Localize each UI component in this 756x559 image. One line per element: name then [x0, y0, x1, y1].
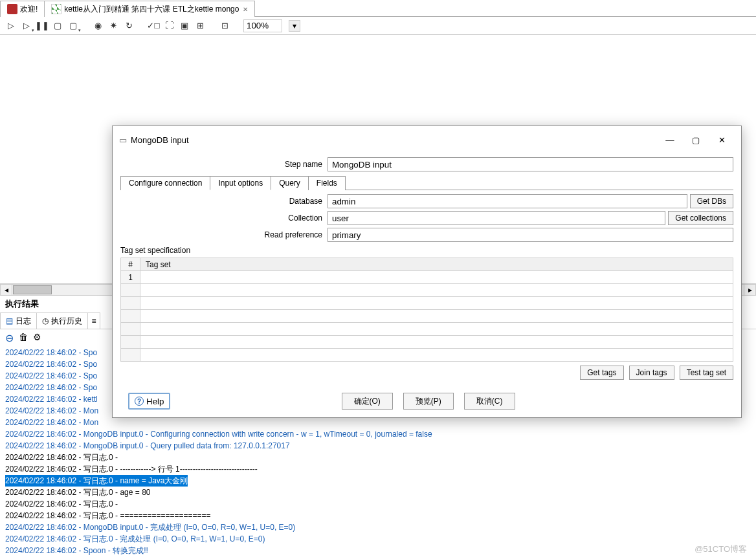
watermark: @51CTO博客 — [695, 543, 747, 555]
transform-icon — [51, 4, 61, 14]
tab-transform[interactable]: kettle从入门到精通 第四十六课 ETL之kettle mongo ✕ — [44, 1, 255, 17]
log-line: 2024/02/22 18:46:02 - MongoDB input.0 - … — [5, 428, 751, 440]
col-tagset: Tag set — [140, 258, 733, 271]
tagset-cell[interactable] — [140, 271, 733, 284]
pause-icon[interactable]: ❚❚ — [36, 20, 48, 32]
database-input[interactable] — [328, 194, 687, 208]
get-collections-button[interactable]: Get collections — [668, 211, 733, 225]
table-row — [121, 349, 733, 362]
dialog-title: MongoDB input — [131, 135, 657, 145]
tab-input-options[interactable]: Input options — [210, 176, 271, 190]
log-line: 2024/02/22 18:46:02 - 写日志.0 - ==========… — [5, 510, 751, 521]
tag-set-label: Tag set specification — [120, 246, 733, 255]
run-options-icon[interactable]: ▷▾ — [21, 20, 32, 32]
tab-history-label: 执行历史 — [51, 316, 82, 327]
database-label: Database — [120, 197, 328, 206]
log-line: 2024/02/22 18:46:02 - 写日志.0 - age = 80 — [5, 487, 751, 498]
delete-icon[interactable]: 🗑 — [19, 332, 28, 344]
replay-icon[interactable]: ↻ — [123, 20, 135, 32]
log-line: 2024/02/22 18:46:02 - 写日志.0 - — [5, 452, 751, 463]
main-tabs: 欢迎! kettle从入门到精通 第四十六课 ETL之kettle mongo … — [0, 0, 756, 17]
ok-button[interactable]: 确定(O) — [342, 393, 393, 410]
col-number: # — [121, 258, 140, 271]
dialog-icon: ▭ — [119, 135, 127, 145]
table-row — [121, 336, 733, 349]
sql-icon[interactable]: ▣ — [179, 20, 190, 32]
run-icon[interactable]: ▷ — [5, 20, 17, 32]
read-preference-label: Read preference — [120, 230, 328, 239]
tab-welcome[interactable]: 欢迎! — [0, 1, 45, 17]
show-results-icon[interactable]: ⊡ — [219, 20, 230, 32]
tab-configure-connection[interactable]: Configure connection — [120, 176, 210, 190]
toolbar: ▷ ▷▾ ❚❚ ▢ ▢▾ ◉ ✷ ↻ ✓□ ⛶ ▣ ⊞ ⊡ ▾ — [0, 17, 756, 35]
log-line: 2024/02/22 18:46:02 - 写日志.0 - name = Jav… — [5, 475, 751, 487]
log-line: 2024/02/22 18:46:02 - Spoon - 转换完成!! — [5, 545, 751, 556]
tab-transform-label: kettle从入门到精通 第四十六课 ETL之kettle mongo — [64, 4, 239, 15]
get-dbs-button[interactable]: Get DBs — [690, 194, 733, 208]
maximize-button[interactable]: ▢ — [683, 131, 709, 148]
preview-button[interactable]: 预览(P) — [403, 393, 454, 410]
help-icon: ? — [135, 397, 144, 406]
table-row: 1 — [121, 271, 733, 284]
history-icon: ◷ — [42, 316, 49, 325]
test-tag-set-button[interactable]: Test tag set — [680, 366, 733, 380]
cancel-button[interactable]: 取消(C) — [464, 393, 515, 410]
settings-icon[interactable]: ⚙ — [33, 332, 41, 344]
get-tags-button[interactable]: Get tags — [580, 366, 623, 380]
collection-input[interactable] — [328, 211, 665, 225]
tab-log-label: 日志 — [16, 316, 31, 327]
help-button[interactable]: ? Help — [128, 393, 170, 410]
log-icon: ▤ — [6, 316, 13, 325]
zoom-dropdown-icon[interactable]: ▾ — [289, 20, 300, 32]
close-button[interactable]: ✕ — [709, 131, 735, 148]
tab-more[interactable]: ≡ — [87, 312, 100, 329]
dialog-tabs: Configure connection Input options Query… — [120, 175, 733, 190]
minimize-button[interactable]: — — [657, 131, 683, 148]
help-label: Help — [146, 397, 164, 406]
tag-set-table[interactable]: # Tag set 1 — [120, 258, 733, 362]
explore-icon[interactable]: ⊞ — [194, 20, 206, 32]
collection-label: Collection — [120, 214, 328, 223]
step-name-input[interactable] — [328, 157, 733, 171]
step-name-label: Step name — [120, 160, 328, 169]
tab-fields[interactable]: Fields — [308, 176, 346, 190]
tab-log[interactable]: ▤ 日志 — [0, 312, 37, 329]
tab-history[interactable]: ◷ 执行历史 — [36, 312, 88, 329]
preview-icon[interactable]: ◉ — [92, 20, 104, 32]
table-row — [121, 297, 733, 310]
log-line: 2024/02/22 18:46:02 - Mon — [5, 417, 751, 428]
close-icon[interactable]: ✕ — [243, 6, 248, 13]
clear-log-icon[interactable]: ⊖ — [5, 332, 14, 344]
debug-icon[interactable]: ✷ — [107, 20, 119, 32]
tab-query[interactable]: Query — [271, 176, 309, 190]
dialog-titlebar[interactable]: ▭ MongoDB input — ▢ ✕ — [113, 126, 741, 153]
read-preference-input[interactable] — [328, 228, 733, 242]
welcome-icon — [7, 4, 17, 14]
log-line: 2024/02/22 18:46:02 - 写日志.0 - ----------… — [5, 463, 751, 475]
impact-icon[interactable]: ⛶ — [163, 20, 175, 32]
stop-icon[interactable]: ▢ — [52, 20, 63, 32]
join-tags-button[interactable]: Join tags — [629, 366, 674, 380]
log-line: 2024/02/22 18:46:02 - MongoDB input.0 - … — [5, 521, 751, 533]
log-line: 2024/02/22 18:46:02 - 写日志.0 - 完成处理 (I=0,… — [5, 533, 751, 545]
stop-options-icon[interactable]: ▢▾ — [67, 20, 79, 32]
zoom-input[interactable] — [243, 19, 282, 32]
table-row — [121, 323, 733, 336]
mongodb-input-dialog: ▭ MongoDB input — ▢ ✕ Step name Configur… — [112, 126, 742, 418]
verify-icon[interactable]: ✓□ — [148, 20, 159, 32]
table-row — [121, 310, 733, 323]
log-line: 2024/02/22 18:46:02 - MongoDB input.0 - … — [5, 440, 751, 452]
table-row — [121, 284, 733, 297]
tab-welcome-label: 欢迎! — [20, 4, 38, 15]
log-line: 2024/02/22 18:46:02 - 写日志.0 - — [5, 498, 751, 510]
row-number: 1 — [121, 271, 140, 284]
